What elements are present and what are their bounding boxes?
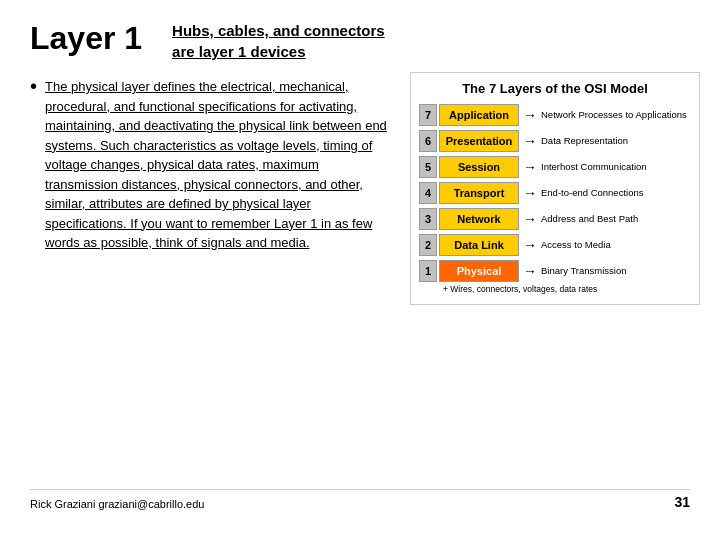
osi-diagram: The 7 Layers of the OSI Model 7 Applicat… <box>410 72 700 305</box>
left-column: • The physical layer defines the electri… <box>30 72 410 481</box>
layer-num-6: 6 <box>419 130 437 152</box>
slide-container: Layer 1 Hubs, cables, and connectors are… <box>0 0 720 540</box>
arrow-3: → <box>523 211 537 227</box>
layer-box-3: Network <box>439 208 519 230</box>
arrow-5: → <box>523 159 537 175</box>
layer-desc-2: Access to Media <box>541 239 611 250</box>
header-row: Layer 1 Hubs, cables, and connectors are… <box>30 20 690 62</box>
layer-num-4: 4 <box>419 182 437 204</box>
layer-desc-1: Binary Transmission <box>541 265 627 276</box>
header-note: Hubs, cables, and connectors are layer 1… <box>172 20 385 62</box>
osi-layer-2: 2 Data Link → Access to Media <box>419 234 691 256</box>
layer-num-1: 1 <box>419 260 437 282</box>
header-note-line1: Hubs, cables, and connectors <box>172 20 385 41</box>
osi-diagram-title: The 7 Layers of the OSI Model <box>419 81 691 96</box>
content-row: • The physical layer defines the electri… <box>30 72 690 481</box>
layer-box-4: Transport <box>439 182 519 204</box>
layer-box-2: Data Link <box>439 234 519 256</box>
arrow-6: → <box>523 133 537 149</box>
footer-attribution: Rick Graziani graziani@cabrillo.edu <box>30 498 204 510</box>
layer-num-2: 2 <box>419 234 437 256</box>
layer-desc-7: Network Processes to Applications <box>541 109 687 120</box>
osi-layer-5: 5 Session → Interhost Communication <box>419 156 691 178</box>
osi-layer-7: 7 Application → Network Processes to App… <box>419 104 691 126</box>
layer-box-1: Physical <box>439 260 519 282</box>
header-note-line2: are layer 1 devices <box>172 41 385 62</box>
bullet-dot: • <box>30 75 37 98</box>
bullet-item: • The physical layer defines the electri… <box>30 77 395 253</box>
layer-box-7: Application <box>439 104 519 126</box>
layer-num-7: 7 <box>419 104 437 126</box>
arrow-2: → <box>523 237 537 253</box>
arrow-1: → <box>523 263 537 279</box>
layer-box-5: Session <box>439 156 519 178</box>
footer: Rick Graziani graziani@cabrillo.edu 31 <box>30 489 690 510</box>
arrow-4: → <box>523 185 537 201</box>
footer-page-number: 31 <box>674 494 690 510</box>
title-block: Layer 1 <box>30 20 142 61</box>
layer-num-3: 3 <box>419 208 437 230</box>
slide-title: Layer 1 <box>30 20 142 57</box>
layer-desc-5: Interhost Communication <box>541 161 647 172</box>
layer-desc-4: End-to-end Connections <box>541 187 643 198</box>
layer-desc-3: Address and Best Path <box>541 213 638 224</box>
right-column: The 7 Layers of the OSI Model 7 Applicat… <box>410 72 700 481</box>
osi-layer-6: 6 Presentation → Data Representation <box>419 130 691 152</box>
layer-num-5: 5 <box>419 156 437 178</box>
osi-layer-3: 3 Network → Address and Best Path <box>419 208 691 230</box>
arrow-7: → <box>523 107 537 123</box>
layer-1-extra: + Wires, connectors, voltages, data rate… <box>443 284 691 294</box>
osi-layer-1: 1 Physical → Binary Transmission <box>419 260 691 282</box>
osi-layer-4: 4 Transport → End-to-end Connections <box>419 182 691 204</box>
layer-box-6: Presentation <box>439 130 519 152</box>
layer-desc-6: Data Representation <box>541 135 628 146</box>
bullet-text: The physical layer defines the electrica… <box>45 77 395 253</box>
